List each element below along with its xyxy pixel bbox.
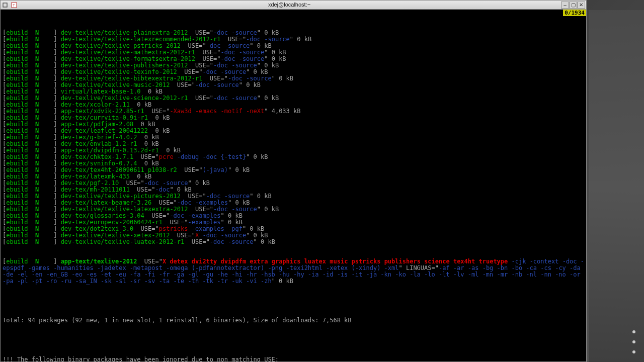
total-line: Total: 94 packages (92 new, 1 in new slo… bbox=[3, 317, 584, 324]
ebuild-row-highlighted: [ebuild N ] app-text/texlive-2012 USE="X… bbox=[3, 258, 584, 285]
terminal-window: T xdej@localhost:~ – ▢ ✕ 0/1934 [ebuild … bbox=[0, 0, 587, 362]
app-icon: T bbox=[11, 2, 18, 9]
svg-text:T: T bbox=[13, 3, 15, 8]
panel-menu-dots[interactable] bbox=[629, 327, 639, 357]
window-title: xdej@localhost:~ bbox=[18, 2, 561, 8]
close-button[interactable]: ✕ bbox=[577, 2, 585, 9]
terminal-content[interactable]: 0/1934 [ebuild N ] dev-texlive/texlive-p… bbox=[1, 10, 586, 361]
svg-rect-0 bbox=[3, 3, 7, 7]
attach-icon[interactable] bbox=[2, 2, 9, 9]
maximize-button[interactable]: ▢ bbox=[569, 2, 577, 9]
warn-header: !!! The following binary packages have b… bbox=[3, 356, 584, 361]
window-titlebar[interactable]: T xdej@localhost:~ – ▢ ✕ bbox=[1, 1, 586, 10]
pager-status: 0/1934 bbox=[563, 10, 586, 16]
minimize-button[interactable]: – bbox=[561, 2, 569, 9]
ebuild-row: [ebuild N ] dev-texlive/texlive-luatex-2… bbox=[3, 239, 584, 245]
